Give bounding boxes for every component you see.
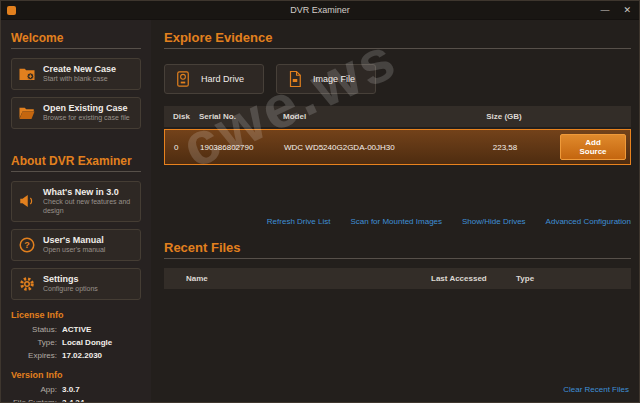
info-value: 17.02.2030 [62,351,102,360]
col-size: Size (GB) [449,112,559,121]
dvr-examiner-window: DVR Examiner — ✕ Welcome Create New Case… [0,0,640,403]
button-sublabel: Configure options [43,285,98,294]
license-type-row: Type: Local Dongle [11,338,141,347]
recent-files-section: Recent Files Name Last Accessed Type Cle… [164,240,631,394]
info-label: Status: [11,325,57,334]
new-case-icon [18,65,36,83]
button-label: Image File [313,74,355,84]
button-label: Create New Case [43,64,116,75]
settings-button[interactable]: Settings Configure options [11,268,141,300]
license-expires-row: Expires: 17.02.2030 [11,351,141,360]
button-label: What's New in 3.0 [43,187,134,198]
col-model: Model [283,112,449,121]
info-value: ACTIVE [62,325,91,334]
create-new-case-button[interactable]: Create New Case Start with blank case [11,58,141,90]
add-source-button[interactable]: Add Source [560,134,626,160]
col-name: Name [186,274,431,283]
info-value: 3.4.24 [62,398,84,403]
minimize-button[interactable]: — [600,6,609,15]
col-disk: Disk [173,112,199,121]
info-label: Type: [11,338,57,347]
recent-files-heading: Recent Files [164,240,631,255]
clear-recent-files-link[interactable]: Clear Recent Files [563,385,629,394]
button-label: Hard Drive [201,74,244,84]
divider [11,171,141,172]
image-file-button[interactable]: Image File [276,64,376,94]
button-label: Open Existing Case [43,103,130,114]
source-type-buttons: Hard Drive Image File [164,64,631,94]
button-sublabel: Start with blank case [43,75,116,84]
close-button[interactable]: ✕ [623,6,631,15]
hard-drive-button[interactable]: Hard Drive [164,64,264,94]
drives-table-header: Disk Serial No. Model Size (GB) [164,106,631,127]
megaphone-icon [18,192,36,210]
whats-new-button[interactable]: What's New in 3.0 Check out new features… [11,181,141,222]
button-label: Settings [43,274,98,285]
info-label: File System: [11,398,57,403]
version-info-heading: Version Info [11,370,141,380]
button-label: User's Manual [43,235,105,246]
version-app-row: App: 3.0.7 [11,385,141,394]
image-file-icon [286,70,304,88]
drive-size: 223,58 [450,143,560,152]
refresh-drive-list-link[interactable]: Refresh Drive List [267,217,331,226]
button-sublabel: Browse for existing case file [43,114,130,123]
divider [164,258,631,259]
info-label: Expires: [11,351,57,360]
users-manual-button[interactable]: ? User's Manual Open user's manual [11,229,141,261]
version-filesystem-row: File System: 3.4.24 [11,398,141,403]
button-sublabel: Open user's manual [43,246,105,255]
divider [164,48,631,49]
drive-row-selected[interactable]: 0 190386802790 WDC WD5240G2GDA-00JH30 22… [164,129,631,165]
show-hide-drives-link[interactable]: Show/Hide Drives [462,217,526,226]
svg-text:?: ? [24,240,30,250]
scan-mounted-images-link[interactable]: Scan for Mounted Images [350,217,442,226]
license-status-row: Status: ACTIVE [11,325,141,334]
info-value: Local Dongle [62,338,112,347]
gear-icon [18,275,36,293]
sidebar: Welcome Create New Case Start with blank… [1,20,151,402]
open-case-icon [18,104,36,122]
question-icon: ? [18,236,36,254]
button-sublabel: Check out new features and design [43,198,134,216]
advanced-configuration-link[interactable]: Advanced Configuration [546,217,631,226]
recent-files-empty-list [164,289,631,383]
hard-drive-icon [174,70,192,88]
divider [11,48,141,49]
drive-serial: 190386802790 [200,143,284,152]
explore-evidence-heading: Explore Evidence [164,30,631,45]
open-existing-case-button[interactable]: Open Existing Case Browse for existing c… [11,97,141,129]
info-label: App: [11,385,57,394]
drive-model: WDC WD5240G2GDA-00JH30 [284,143,450,152]
col-type: Type [516,274,627,283]
titlebar: DVR Examiner — ✕ [1,1,639,20]
col-last-accessed: Last Accessed [431,274,516,283]
recent-files-table-header: Name Last Accessed Type [164,268,631,289]
drive-disk: 0 [174,143,200,152]
col-serial: Serial No. [199,112,283,121]
window-title: DVR Examiner [1,5,639,15]
drive-actions-links: Refresh Drive List Scan for Mounted Imag… [164,217,631,226]
about-heading: About DVR Examiner [11,154,141,168]
info-value: 3.0.7 [62,385,80,394]
license-info-heading: License Info [11,310,141,320]
main-panel: Explore Evidence Hard Drive Image File [151,20,639,402]
welcome-heading: Welcome [11,31,141,45]
